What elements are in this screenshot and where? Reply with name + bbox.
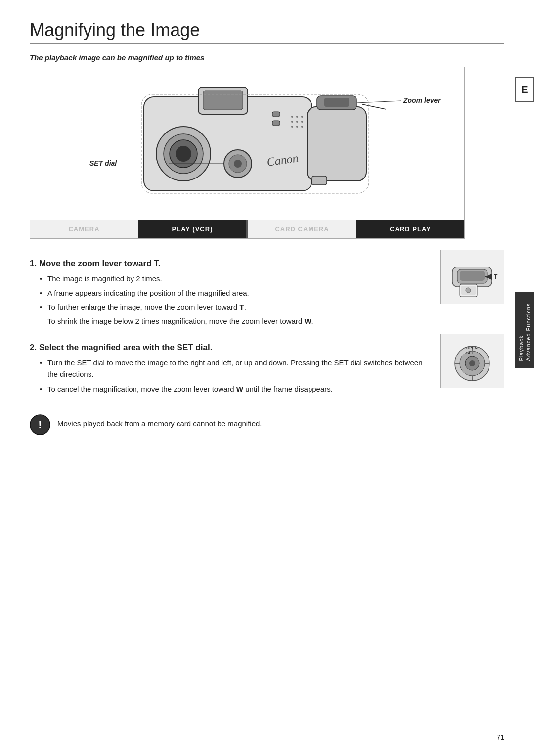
bullet-2-1: Turn the SET dial to move the image to t… — [40, 357, 430, 380]
svg-rect-9 — [324, 98, 349, 107]
section1-text: 1. Move the zoom lever toward T. The ima… — [30, 250, 430, 330]
section2-bullets: Turn the SET dial to move the image to t… — [40, 357, 430, 380]
svg-rect-14 — [272, 112, 280, 117]
svg-text:SET: SET — [466, 351, 474, 355]
warning-text: Movies played back from a memory card ca… — [57, 414, 262, 430]
svg-text:!: ! — [38, 418, 42, 431]
warning-icon: ! — [30, 414, 50, 435]
svg-point-23 — [291, 126, 293, 128]
bullet-1-2: A frame appears indicating the position … — [40, 288, 430, 299]
page-subtitle: The playback image can be magnified up t… — [30, 53, 504, 62]
camera-diagram-box: Canon Zoom lever SET dial — [30, 67, 465, 220]
bullet-1-3: To further enlarge the image, move the z… — [40, 302, 430, 313]
svg-point-18 — [296, 116, 298, 118]
svg-point-4 — [176, 146, 191, 162]
section1-bullets: The image is magnified by 2 times. A fra… — [40, 273, 430, 313]
adv-functions-sidebar: Advanced Functions - Playback — [515, 292, 534, 368]
svg-point-25 — [301, 126, 303, 128]
side-tab-e: E — [515, 77, 534, 102]
side-tab-letter: E — [521, 84, 528, 95]
section1-note: To shrink the image below 2 times magnif… — [47, 316, 430, 327]
svg-line-27 — [357, 101, 401, 103]
svg-point-40 — [466, 288, 471, 293]
set-dial-image: OPEN SET — [440, 334, 504, 388]
section2-heading: 2. Select the magnified area with the SE… — [30, 343, 430, 353]
section1-heading: 1. Move the zoom lever toward T. — [30, 259, 430, 268]
section2-cancel: To cancel the magnification, move the zo… — [40, 384, 430, 395]
tab-card-camera[interactable]: CARD CAMERA — [248, 220, 356, 238]
svg-rect-7 — [307, 107, 366, 181]
svg-text:T: T — [494, 273, 498, 280]
page-container: E Advanced Functions - Playback Magnifyi… — [0, 0, 534, 756]
svg-rect-34 — [460, 271, 485, 281]
bullet-1-1: The image is magnified by 2 times. — [40, 273, 430, 285]
svg-rect-26 — [312, 176, 327, 185]
svg-point-44 — [469, 360, 475, 366]
tab-play-vcr[interactable]: PLAY (VCR) — [138, 220, 247, 238]
zoom-control-image: T — [440, 250, 504, 304]
svg-rect-6 — [203, 91, 243, 110]
page-number: 71 — [496, 733, 504, 741]
zoom-svg: T — [443, 252, 502, 302]
svg-point-22 — [301, 121, 303, 123]
adv-functions-label: Advanced Functions - Playback — [518, 299, 532, 361]
page-title: Magnifying the Image — [30, 20, 504, 44]
set-dial-svg: OPEN SET — [443, 336, 502, 386]
svg-point-19 — [301, 116, 303, 118]
bullet-2-2: To cancel the magnification, move the zo… — [40, 384, 430, 395]
section2-text: 2. Select the magnified area with the SE… — [30, 334, 430, 398]
svg-line-10 — [362, 104, 386, 109]
section1-container: 1. Move the zoom lever toward T. The ima… — [30, 250, 504, 330]
svg-point-13 — [234, 160, 242, 168]
svg-point-20 — [291, 121, 293, 123]
svg-point-21 — [296, 121, 298, 123]
svg-text:SET dial: SET dial — [89, 159, 117, 167]
svg-point-24 — [296, 126, 298, 128]
tab-camera[interactable]: CAMERA — [30, 220, 138, 238]
tab-card-play[interactable]: CARD PLAY — [356, 220, 464, 238]
mode-tabs-bar: CAMERA PLAY (VCR) CARD CAMERA CARD PLAY — [30, 220, 465, 239]
svg-rect-15 — [272, 121, 280, 126]
svg-text:Zoom lever: Zoom lever — [403, 96, 441, 104]
section2-container: 2. Select the magnified area with the SE… — [30, 334, 504, 398]
svg-point-17 — [291, 116, 293, 118]
warning-box: ! Movies played back from a memory card … — [30, 408, 504, 435]
camera-svg: Canon Zoom lever SET dial — [30, 67, 465, 220]
